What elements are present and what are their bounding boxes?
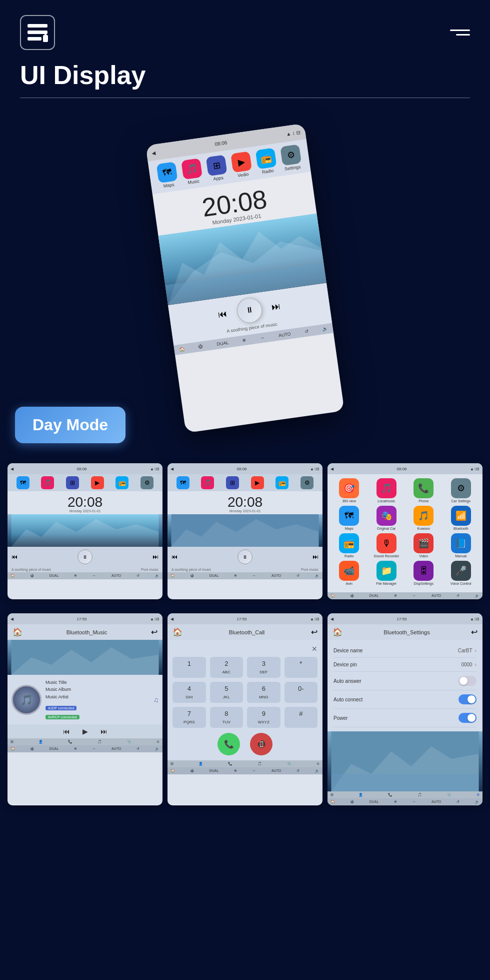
person-nav-bt2[interactable]: 👤	[198, 762, 203, 766]
app-radio-g[interactable]: 📻 Radio	[334, 533, 364, 558]
app-soundrecorder[interactable]: 🎙 Sound Recorder	[372, 533, 402, 558]
key-hash[interactable]: #	[284, 707, 318, 728]
close-call[interactable]: ✕	[172, 645, 318, 653]
menu-icon[interactable]	[450, 30, 470, 36]
s2-maps[interactable]: 🗺	[176, 476, 190, 489]
volume-nav[interactable]: 🔊	[322, 326, 328, 332]
key-3[interactable]: 3DEF	[247, 657, 280, 678]
s2-vedio[interactable]: ▶	[251, 476, 264, 489]
home-bt1[interactable]: 🏠	[12, 627, 22, 637]
circle-nav-bt2[interactable]: ⊙	[316, 762, 320, 766]
auto-answer-toggle[interactable]	[458, 676, 476, 686]
chevron-device-name[interactable]: ›	[475, 648, 476, 653]
prev-icon[interactable]: ⏮	[218, 308, 228, 320]
s1-radio[interactable]: 📻	[116, 476, 128, 489]
person-nav-bt1[interactable]: 👤	[38, 740, 43, 744]
s1-apps[interactable]: ⊞	[66, 476, 79, 489]
power-toggle[interactable]	[458, 713, 476, 723]
app-settings[interactable]: ⚙ Settings	[280, 144, 302, 172]
circle-nav-bt3[interactable]: ⚙	[476, 793, 480, 797]
prev-s1[interactable]: ⏮	[12, 553, 18, 560]
prev-bt1[interactable]: ⏮	[63, 727, 70, 735]
refresh-nav[interactable]: ↺	[304, 329, 309, 334]
app-dispsettings[interactable]: 🎛 DispSettings	[408, 561, 438, 585]
next-s1[interactable]: ⏭	[152, 553, 158, 560]
sync-nav[interactable]: ↔	[260, 335, 265, 341]
answer-button[interactable]: 📞	[218, 733, 240, 755]
clip-nav-bt2[interactable]: 📎	[287, 762, 292, 766]
play-bt1[interactable]: ▶	[82, 727, 88, 735]
back-arrow-bt2[interactable]: ↩	[311, 627, 318, 637]
music-nav-bt3[interactable]: 🎵	[418, 793, 422, 797]
home-s1[interactable]: 🏠	[10, 574, 15, 578]
clip-nav-bt3[interactable]: 📎	[447, 793, 452, 797]
app-music[interactable]: 🎵 Music	[181, 158, 204, 186]
app-filemanager[interactable]: 📁 File Manager	[372, 561, 402, 585]
prev-s2[interactable]: ⏮	[172, 553, 178, 560]
key-9[interactable]: 9WXYZ	[247, 707, 280, 728]
home-bt2[interactable]: 🏠	[172, 627, 182, 637]
play-s1[interactable]: ⏸	[78, 549, 92, 564]
app-apps[interactable]: ⊞ Apps	[206, 155, 228, 182]
home-s3[interactable]: 🏠	[330, 594, 335, 598]
key-7[interactable]: 7PQRS	[172, 707, 206, 728]
app-carsettings[interactable]: ⚙ Car Settings	[446, 478, 476, 503]
music-nav-bt1[interactable]: 🎵	[98, 740, 102, 744]
music-nav-bt2[interactable]: 🎵	[258, 762, 262, 766]
app-voicecontrol[interactable]: 🎤 Voice Control	[446, 561, 476, 585]
app-radio[interactable]: 📻 Radio	[256, 148, 278, 175]
phone-nav-bt1[interactable]: 📞	[68, 740, 72, 744]
s1-settings[interactable]: ⚙	[140, 476, 154, 489]
next-s2[interactable]: ⏭	[312, 553, 318, 560]
play-pause-button[interactable]: ⏸	[236, 296, 264, 324]
app-maps[interactable]: 🗺 Maps	[156, 162, 179, 189]
app-phone[interactable]: 📞 Phone	[408, 478, 438, 503]
phone-nav-bt2[interactable]: 📞	[228, 762, 232, 766]
s2-radio[interactable]: 📻	[276, 476, 288, 489]
power-s3[interactable]: ⏻	[350, 594, 354, 598]
s1-music[interactable]: 🎵	[41, 476, 54, 489]
grid-nav-bt3[interactable]: ⊞	[330, 793, 334, 797]
s2-apps[interactable]: ⊞	[226, 476, 239, 489]
grid-nav-bt1[interactable]: ⊞	[10, 740, 14, 744]
app-kuwooo[interactable]: 🎵 Kuwooo	[408, 506, 438, 530]
app-maps-g[interactable]: 🗺 Maps	[334, 506, 364, 530]
key-5[interactable]: 5JKL	[210, 682, 244, 703]
app-vedio[interactable]: ▶ Vedio	[230, 151, 253, 179]
back-arrow-bt3[interactable]: ↩	[471, 627, 478, 637]
home-nav[interactable]: 🏠	[179, 346, 185, 352]
back-arrow-bt1[interactable]: ↩	[151, 627, 158, 637]
app-originalcar[interactable]: 🎭 Original Car	[372, 506, 402, 530]
play-s2[interactable]: ⏸	[238, 549, 252, 564]
app-avin[interactable]: 📹 Avin	[334, 561, 364, 585]
grid-nav-bt2[interactable]: ⊞	[170, 762, 174, 766]
s2-music[interactable]: 🎵	[201, 476, 214, 489]
app-manual[interactable]: 📘 Manual	[446, 533, 476, 558]
home-s2[interactable]: 🏠	[170, 574, 175, 578]
key-star[interactable]: *	[284, 657, 318, 678]
chevron-device-pin[interactable]: ›	[475, 662, 476, 667]
s2-settings[interactable]: ⚙	[300, 476, 314, 489]
app-localmusic[interactable]: 🎵 Localmusic	[372, 478, 402, 503]
key-6[interactable]: 6MNO	[247, 682, 280, 703]
key-8[interactable]: 8TUV	[210, 707, 244, 728]
reject-button[interactable]: 📵	[250, 733, 272, 755]
next-bt1[interactable]: ⏭	[100, 727, 108, 735]
power-s2[interactable]: ⏻	[190, 574, 194, 578]
app-360view[interactable]: 🎯 360 view	[334, 478, 364, 503]
snowflake-nav[interactable]: ❄	[242, 338, 246, 343]
clip-nav-bt1[interactable]: 📎	[127, 740, 132, 744]
auto-connect-toggle[interactable]	[458, 694, 476, 704]
power-s1[interactable]: ⏻	[30, 574, 34, 578]
key-2[interactable]: 2ABC	[210, 657, 244, 678]
phone-nav-bt3[interactable]: 📞	[388, 793, 392, 797]
app-bluetooth[interactable]: 📶 Bluetooth	[446, 506, 476, 530]
circle-nav-bt1[interactable]: ⊙	[156, 740, 160, 744]
key-0[interactable]: 0-	[284, 682, 318, 703]
home-bt3[interactable]: 🏠	[332, 627, 342, 637]
s1-maps[interactable]: 🗺	[16, 476, 30, 489]
key-1[interactable]: 1	[172, 657, 206, 678]
app-video[interactable]: 🎬 Video	[408, 533, 438, 558]
next-icon[interactable]: ⏭	[271, 301, 282, 312]
key-4[interactable]: 4GHI	[172, 682, 206, 703]
